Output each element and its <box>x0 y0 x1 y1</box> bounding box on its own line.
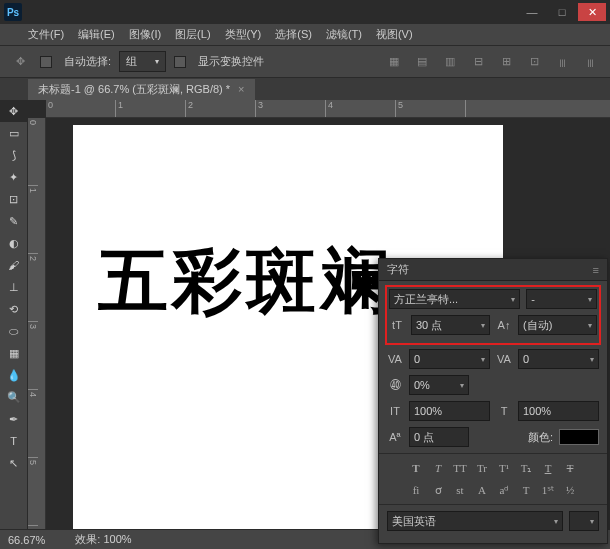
swash-button[interactable]: A <box>474 482 490 498</box>
color-label: 颜色: <box>528 430 553 445</box>
group-dropdown[interactable]: 组▾ <box>119 51 166 72</box>
marquee-tool[interactable]: ▭ <box>0 122 27 144</box>
toolbox: ✥ ▭ ⟆ ✦ ⊡ ✎ ◐ 🖌 ⊥ ⟲ ⬭ ▦ 💧 🔍 ✒ T ↖ <box>0 100 28 529</box>
app-logo: Ps <box>4 3 22 21</box>
maximize-button[interactable]: □ <box>548 3 576 21</box>
baseline-input[interactable]: 0 点 <box>409 427 469 447</box>
menu-view[interactable]: 视图(V) <box>376 27 413 42</box>
tracking-icon: VA <box>496 353 512 365</box>
ruler-vertical: 012345 <box>28 118 46 529</box>
document-tabs: 未标题-1 @ 66.7% (五彩斑斓, RGB/8) * × <box>0 78 610 100</box>
document-tab[interactable]: 未标题-1 @ 66.7% (五彩斑斓, RGB/8) * × <box>28 79 255 100</box>
ligature-button[interactable]: fi <box>408 482 424 498</box>
move-tool[interactable]: ✥ <box>0 100 27 122</box>
titling-button[interactable]: T <box>518 482 534 498</box>
menu-edit[interactable]: 编辑(E) <box>78 27 115 42</box>
options-bar: ✥ 自动选择: 组▾ 显示变换控件 ▦ ▤ ▥ ⊟ ⊞ ⊡ ⫼ ⫼ <box>0 46 610 78</box>
show-transform-checkbox[interactable] <box>174 56 186 68</box>
move-tool-icon[interactable]: ✥ <box>8 51 32 73</box>
ruler-horizontal: 012345 <box>46 100 610 118</box>
align-icon[interactable]: ⊟ <box>466 51 490 73</box>
stamp-tool[interactable]: ⊥ <box>0 276 27 298</box>
distribute-icon[interactable]: ⫼ <box>578 51 602 73</box>
contextual-button[interactable]: ơ <box>430 482 446 498</box>
fractions-button[interactable]: ½ <box>562 482 578 498</box>
discretionary-button[interactable]: st <box>452 482 468 498</box>
character-panel: 字符 ≡ 方正兰亭特...▾ -▾ tT 30 点▾ A↑ (自动)▾ VA 0… <box>378 258 608 544</box>
eyedropper-tool[interactable]: ✎ <box>0 210 27 232</box>
font-style-dropdown[interactable]: -▾ <box>526 289 597 309</box>
menu-select[interactable]: 选择(S) <box>275 27 312 42</box>
menu-layer[interactable]: 图层(L) <box>175 27 210 42</box>
smallcaps-button[interactable]: Tr <box>474 460 490 476</box>
italic-button[interactable]: T <box>430 460 446 476</box>
zoom-value[interactable]: 66.67% <box>8 534 45 546</box>
superscript-button[interactable]: T¹ <box>496 460 512 476</box>
color-swatch[interactable] <box>559 429 599 445</box>
titlebar: Ps — □ ✕ <box>0 0 610 24</box>
panel-menu-icon[interactable]: ≡ <box>593 264 599 276</box>
stylistic-button[interactable]: aᵈ <box>496 482 512 498</box>
crop-tool[interactable]: ⊡ <box>0 188 27 210</box>
heal-tool[interactable]: ◐ <box>0 232 27 254</box>
panel-title: 字符 <box>387 262 409 277</box>
language-dropdown[interactable]: 美国英语▾ <box>387 511 563 531</box>
close-tab-icon[interactable]: × <box>238 83 244 95</box>
align-icon[interactable]: ▦ <box>382 51 406 73</box>
font-size-dropdown[interactable]: 30 点▾ <box>411 315 490 335</box>
ordinals-button[interactable]: 1ˢᵗ <box>540 482 556 498</box>
leading-dropdown[interactable]: (自动)▾ <box>518 315 597 335</box>
scale-dropdown[interactable]: 0%▾ <box>409 375 469 395</box>
scale-icon: ㊵ <box>387 379 403 391</box>
menu-filter[interactable]: 滤镜(T) <box>326 27 362 42</box>
align-icon[interactable]: ⊡ <box>522 51 546 73</box>
canvas-text-layer[interactable]: 五彩斑斓 <box>98 235 394 329</box>
strike-button[interactable]: T <box>562 460 578 476</box>
menu-image[interactable]: 图像(I) <box>129 27 161 42</box>
minimize-button[interactable]: — <box>518 3 546 21</box>
menubar: 文件(F) 编辑(E) 图像(I) 图层(L) 类型(Y) 选择(S) 滤镜(T… <box>0 24 610 46</box>
document-title: 未标题-1 @ 66.7% (五彩斑斓, RGB/8) * <box>38 82 230 97</box>
blur-tool[interactable]: 💧 <box>0 364 27 386</box>
lasso-tool[interactable]: ⟆ <box>0 144 27 166</box>
distribute-icon[interactable]: ⫼ <box>550 51 574 73</box>
kerning-dropdown[interactable]: 0▾ <box>409 349 490 369</box>
baseline-icon: Aª <box>387 431 403 443</box>
vscale-input[interactable]: 100% <box>409 401 490 421</box>
kerning-icon: VA <box>387 353 403 365</box>
allcaps-button[interactable]: TT <box>452 460 468 476</box>
show-transform-label: 显示变换控件 <box>198 54 264 69</box>
gradient-tool[interactable]: ▦ <box>0 342 27 364</box>
close-button[interactable]: ✕ <box>578 3 606 21</box>
pen-tool[interactable]: ✒ <box>0 408 27 430</box>
align-icon[interactable]: ▤ <box>410 51 434 73</box>
auto-select-label: 自动选择: <box>64 54 111 69</box>
align-icon[interactable]: ▥ <box>438 51 462 73</box>
underline-button[interactable]: T <box>540 460 556 476</box>
history-brush-tool[interactable]: ⟲ <box>0 298 27 320</box>
align-icon[interactable]: ⊞ <box>494 51 518 73</box>
effect-value[interactable]: 效果: 100% <box>75 532 131 547</box>
font-family-dropdown[interactable]: 方正兰亭特...▾ <box>389 289 520 309</box>
dodge-tool[interactable]: 🔍 <box>0 386 27 408</box>
auto-select-checkbox[interactable] <box>40 56 52 68</box>
opentype-buttons: fi ơ st A aᵈ T 1ˢᵗ ½ <box>387 482 599 498</box>
path-tool[interactable]: ↖ <box>0 452 27 474</box>
type-tool[interactable]: T <box>0 430 27 452</box>
panel-header[interactable]: 字符 ≡ <box>379 259 607 281</box>
highlight-box: 方正兰亭特...▾ -▾ tT 30 点▾ A↑ (自动)▾ <box>385 285 601 345</box>
hscale-icon: T <box>496 405 512 417</box>
subscript-button[interactable]: T₁ <box>518 460 534 476</box>
vscale-icon: IT <box>387 405 403 417</box>
menu-file[interactable]: 文件(F) <box>28 27 64 42</box>
leading-icon: A↑ <box>496 319 512 331</box>
font-size-icon: tT <box>389 319 405 331</box>
brush-tool[interactable]: 🖌 <box>0 254 27 276</box>
bold-button[interactable]: T <box>408 460 424 476</box>
hscale-input[interactable]: 100% <box>518 401 599 421</box>
aa-dropdown[interactable]: ▾ <box>569 511 599 531</box>
wand-tool[interactable]: ✦ <box>0 166 27 188</box>
eraser-tool[interactable]: ⬭ <box>0 320 27 342</box>
menu-type[interactable]: 类型(Y) <box>225 27 262 42</box>
tracking-dropdown[interactable]: 0▾ <box>518 349 599 369</box>
